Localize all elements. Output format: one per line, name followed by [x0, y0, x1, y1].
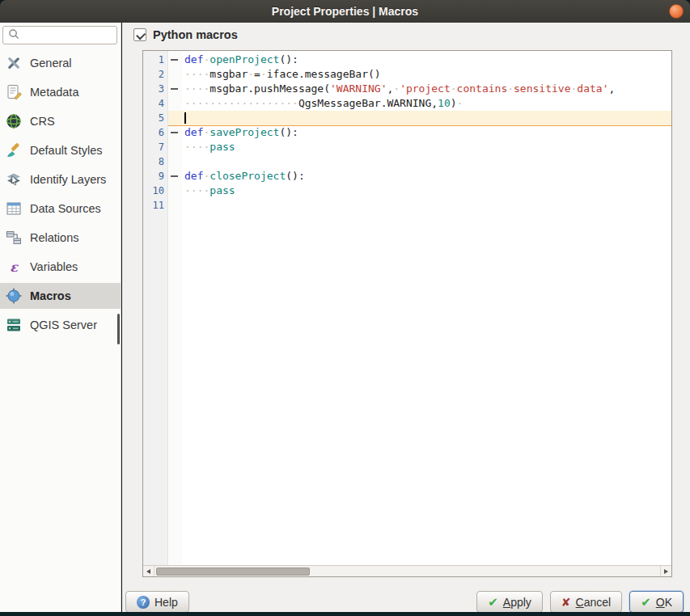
- text-caret: [184, 112, 186, 124]
- code-line-8[interactable]: 8: [143, 154, 671, 169]
- ok-button[interactable]: ✔ OK: [629, 591, 684, 613]
- line-number: 7: [143, 140, 168, 154]
- macros-icon: [3, 286, 24, 306]
- sidebar-item-label: Variables: [30, 260, 78, 273]
- sidebar-item-identify-layers[interactable]: Identify Layers: [0, 167, 121, 192]
- code-text[interactable]: [182, 154, 671, 169]
- default-styles-icon: [3, 141, 24, 160]
- code-lines[interactable]: 1def·openProject():2····msgbar·=·iface.m…: [143, 51, 671, 565]
- search-input[interactable]: [21, 29, 116, 41]
- sidebar-item-label: Data Sources: [30, 202, 101, 215]
- line-number: 3: [143, 82, 168, 96]
- window-title: Project Properties | Macros: [272, 5, 418, 18]
- fold-marker: [168, 111, 182, 125]
- sidebar-item-label: Relations: [30, 231, 78, 244]
- code-line-11[interactable]: 11: [143, 198, 671, 213]
- code-text[interactable]: [182, 111, 671, 125]
- line-number: 5: [143, 111, 168, 125]
- fold-marker[interactable]: [168, 125, 182, 140]
- code-editor[interactable]: 1def·openProject():2····msgbar·=·iface.m…: [142, 50, 672, 577]
- code-text[interactable]: def·closeProject():: [182, 169, 671, 184]
- scroll-right-arrow[interactable]: [660, 566, 671, 576]
- sidebar: General Metadata CRS Default Styles: [0, 23, 121, 612]
- sidebar-scrollbar-thumb[interactable]: [117, 314, 120, 344]
- sidebar-item-variables[interactable]: ε Variables: [0, 254, 121, 280]
- sidebar-item-label: QGIS Server: [30, 319, 97, 331]
- sidebar-item-metadata[interactable]: Metadata: [0, 79, 121, 105]
- desktop-edge: [0, 612, 690, 616]
- code-line-9[interactable]: 9def·closeProject():: [143, 169, 671, 184]
- line-number: 1: [143, 53, 168, 67]
- python-macros-checkbox[interactable]: [133, 28, 146, 41]
- fold-marker: [168, 154, 182, 169]
- ok-button-label: OK: [656, 596, 672, 609]
- fold-marker[interactable]: [168, 82, 182, 96]
- code-line-1[interactable]: 1def·openProject():: [143, 53, 671, 67]
- identify-layers-icon: [3, 170, 24, 189]
- fold-marker: [168, 96, 182, 111]
- check-icon: ✔: [641, 596, 651, 609]
- project-properties-dialog: Project Properties | Macros General Meta…: [0, 0, 690, 616]
- help-icon: ?: [137, 596, 150, 609]
- sidebar-item-crs[interactable]: CRS: [0, 108, 121, 134]
- sidebar-item-label: General: [30, 57, 72, 70]
- sidebar-item-label: Macros: [30, 289, 71, 302]
- button-row-left: ? Help: [125, 591, 189, 613]
- search-box[interactable]: [2, 26, 117, 44]
- code-line-2[interactable]: 2····msgbar·=·iface.messageBar(): [143, 67, 671, 82]
- sidebar-item-data-sources[interactable]: Data Sources: [0, 196, 121, 222]
- crs-icon: [3, 112, 24, 131]
- cancel-button-label: Cancel: [576, 596, 612, 609]
- python-macros-label: Python macros: [153, 28, 238, 41]
- fold-marker: [168, 184, 182, 198]
- sidebar-item-label: Metadata: [30, 86, 78, 99]
- sidebar-item-label: Identify Layers: [30, 173, 106, 186]
- sidebar-item-relations[interactable]: Relations: [0, 225, 121, 251]
- sidebar-item-macros[interactable]: Macros: [0, 283, 121, 309]
- settings-list: General Metadata CRS Default Styles: [0, 50, 121, 341]
- code-text[interactable]: def·saveProject():: [182, 125, 671, 140]
- code-line-6[interactable]: 6def·saveProject():: [143, 125, 671, 140]
- horizontal-scrollbar[interactable]: [143, 565, 671, 576]
- help-button[interactable]: ? Help: [125, 591, 189, 613]
- general-icon: [3, 53, 24, 73]
- sidebar-item-general[interactable]: General: [0, 50, 121, 76]
- relations-icon: [3, 228, 24, 247]
- title-bar: Project Properties | Macros: [0, 0, 690, 23]
- code-text[interactable]: ····pass: [182, 184, 671, 198]
- line-number: 6: [143, 125, 168, 140]
- apply-button[interactable]: ✔ Apply: [476, 591, 543, 613]
- code-text[interactable]: ··················QgsMessageBar.WARNING,…: [182, 96, 671, 111]
- close-button[interactable]: [669, 4, 684, 19]
- sidebar-item-label: CRS: [30, 115, 55, 128]
- code-line-3[interactable]: 3····msgbar.pushMessage('WARNING',·'proj…: [143, 82, 671, 96]
- main-panel: Python macros 1def·openProject():2····ms…: [122, 23, 690, 612]
- line-number: 11: [143, 198, 168, 213]
- fold-marker: [168, 198, 182, 213]
- sidebar-item-label: Default Styles: [30, 144, 102, 157]
- svg-text:ε: ε: [10, 259, 19, 275]
- code-line-10[interactable]: 10····pass: [143, 184, 671, 198]
- cancel-button[interactable]: ✘ Cancel: [550, 591, 622, 613]
- line-number: 2: [143, 67, 168, 82]
- data-sources-icon: [3, 199, 24, 218]
- code-text[interactable]: ····pass: [182, 140, 671, 154]
- search-icon: [6, 27, 21, 44]
- metadata-icon: [3, 82, 24, 102]
- fold-marker[interactable]: [168, 53, 182, 67]
- code-line-4[interactable]: 4··················QgsMessageBar.WARNING…: [143, 96, 671, 111]
- fold-marker[interactable]: [168, 169, 182, 184]
- scroll-left-arrow[interactable]: [143, 566, 155, 576]
- scrollbar-thumb[interactable]: [156, 567, 310, 576]
- code-text[interactable]: ····msgbar·=·iface.messageBar(): [182, 67, 671, 82]
- button-row-right: ✔ Apply ✘ Cancel ✔ OK: [476, 591, 684, 613]
- code-text[interactable]: def·openProject():: [182, 53, 671, 67]
- code-line-5[interactable]: 5: [143, 111, 671, 125]
- fold-marker: [168, 140, 182, 154]
- apply-button-label: Apply: [503, 596, 531, 609]
- code-text[interactable]: ····msgbar.pushMessage('WARNING',·'proje…: [182, 82, 671, 96]
- code-line-7[interactable]: 7····pass: [143, 140, 671, 154]
- sidebar-item-qgis-server[interactable]: QGIS Server: [0, 312, 121, 338]
- sidebar-item-default-styles[interactable]: Default Styles: [0, 137, 121, 163]
- code-text[interactable]: [182, 198, 671, 213]
